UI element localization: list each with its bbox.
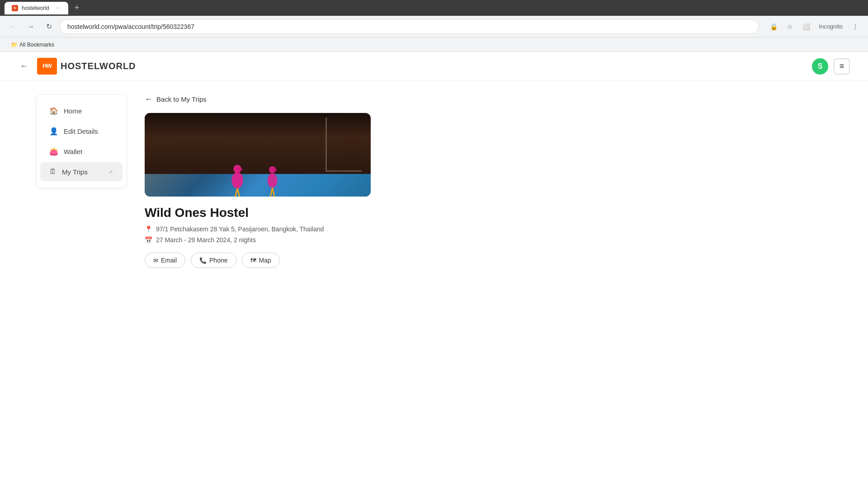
logo[interactable]: HW HOSTELWORLD — [37, 58, 136, 75]
email-button[interactable]: ✉ Email — [145, 253, 185, 268]
close-tab-button[interactable]: × — [55, 5, 61, 11]
content-area: ← Back to My Trips — [145, 94, 416, 474]
url-text: hostelworld.com/pwa/account/trip/5603223… — [67, 23, 194, 30]
header-right: S ≡ — [812, 58, 850, 75]
phone-label: Phone — [209, 257, 227, 264]
sidebar-item-home-label: Home — [64, 107, 82, 115]
sidebar-item-wallet[interactable]: 👛 Wallet — [40, 142, 123, 161]
nav-forward-button[interactable]: → — [24, 19, 38, 34]
sidebar-item-edit-details[interactable]: 👤 Edit Details — [40, 122, 123, 141]
more-options-button[interactable]: ⋮ — [848, 19, 863, 34]
svg-point-2 — [231, 172, 243, 188]
all-bookmarks-item[interactable]: 📁 All Bookmarks — [7, 40, 58, 50]
sidebar-item-wallet-label: Wallet — [64, 148, 82, 155]
sidebar-item-edit-label: Edit Details — [64, 127, 98, 135]
nav-back-button[interactable]: ← — [5, 19, 20, 34]
map-label: Map — [259, 257, 271, 264]
address-bar[interactable]: hostelworld.com/pwa/account/trip/5603223… — [60, 19, 759, 34]
logo-text: HOSTELWORLD — [61, 61, 136, 71]
back-to-my-trips-link[interactable]: ← Back to My Trips — [145, 94, 416, 104]
calendar-icon: 📅 — [145, 236, 152, 244]
new-tab-button[interactable]: + — [72, 2, 82, 14]
hamburger-menu-button[interactable]: ≡ — [834, 58, 850, 75]
map-icon: 🗺 — [250, 257, 256, 264]
sidebar: 🏠 Home 👤 Edit Details 👛 Wallet 🗓 My Trip… — [36, 94, 127, 188]
browser-tab[interactable]: h hostelworld × — [5, 2, 68, 14]
hamburger-icon: ≡ — [840, 61, 844, 71]
hostel-address: 📍 97/1 Petchakasem 28 Yak 5, Pasijaroen,… — [145, 225, 416, 233]
address-text: 97/1 Petchakasem 28 Yak 5, Pasijaroen, B… — [156, 225, 324, 233]
bookmarks-icon: 📁 — [11, 42, 18, 48]
svg-point-6 — [267, 173, 277, 188]
hostel-image-container — [145, 113, 371, 197]
user-avatar[interactable]: S — [812, 58, 828, 75]
browser-chrome: h hostelworld × + — [0, 0, 868, 16]
flamingo-right — [260, 158, 285, 197]
chevron-right-icon: ✓ — [109, 169, 113, 175]
home-icon: 🏠 — [49, 107, 58, 115]
back-trips-label: Back to My Trips — [156, 95, 207, 103]
browser-toolbar: ← → ↻ hostelworld.com/pwa/account/trip/5… — [0, 16, 868, 38]
flamingo-left — [224, 156, 251, 197]
security-icon-button[interactable]: 🔒 — [766, 19, 781, 34]
sidebar-item-my-trips[interactable]: 🗓 My Trips ✓ — [40, 162, 123, 181]
toolbar-actions: 🔒 ☆ ⬜ Incognito ⋮ — [766, 19, 863, 34]
hostel-name: Wild Ones Hostel — [145, 206, 416, 220]
my-trips-icon: 🗓 — [49, 168, 57, 176]
app-header: ← HW HOSTELWORLD S ≡ — [0, 52, 868, 81]
sidebar-item-my-trips-label: My Trips — [62, 168, 88, 176]
hostel-image — [145, 113, 371, 197]
tab-title: hostelworld — [22, 5, 49, 11]
wallet-icon: 👛 — [49, 147, 58, 156]
svg-text:HW: HW — [42, 62, 52, 69]
extension-button[interactable]: ⬜ — [799, 19, 813, 34]
nav-refresh-button[interactable]: ↻ — [42, 19, 56, 34]
stairs-decoration — [326, 117, 362, 172]
logo-icon: HW — [37, 58, 57, 75]
edit-details-icon: 👤 — [49, 127, 58, 136]
bookmark-star-button[interactable]: ☆ — [783, 19, 797, 34]
forward-arrow-icon: → — [27, 23, 34, 31]
header-left: ← HW HOSTELWORLD — [18, 58, 136, 75]
location-pin-icon: 📍 — [145, 225, 152, 233]
tab-favicon: h — [12, 5, 18, 11]
phone-button[interactable]: 📞 Phone — [191, 253, 236, 268]
map-button[interactable]: 🗺 Map — [242, 253, 280, 268]
incognito-button[interactable]: Incognito — [815, 21, 846, 32]
sidebar-item-home[interactable]: 🏠 Home — [40, 101, 123, 121]
refresh-icon: ↻ — [46, 22, 52, 31]
email-label: Email — [161, 257, 177, 264]
pool-area — [145, 174, 371, 197]
header-back-button[interactable]: ← — [18, 60, 30, 73]
svg-line-9 — [273, 188, 274, 197]
bookmarks-label: All Bookmarks — [19, 42, 54, 48]
email-icon: ✉ — [153, 257, 158, 264]
back-trips-arrow-icon: ← — [145, 94, 153, 104]
back-arrow-icon: ← — [9, 23, 16, 31]
main-layout: 🏠 Home 👤 Edit Details 👛 Wallet 🗓 My Trip… — [0, 81, 868, 488]
svg-line-5 — [237, 188, 240, 197]
phone-icon: 📞 — [199, 257, 207, 264]
hostel-dates: 📅 27 March - 29 March 2024, 2 nights — [145, 236, 416, 244]
header-back-icon: ← — [20, 61, 28, 70]
bookmarks-bar: 📁 All Bookmarks — [0, 38, 868, 52]
action-buttons: ✉ Email 📞 Phone 🗺 Map — [145, 253, 416, 268]
dates-text: 27 March - 29 March 2024, 2 nights — [156, 236, 256, 244]
